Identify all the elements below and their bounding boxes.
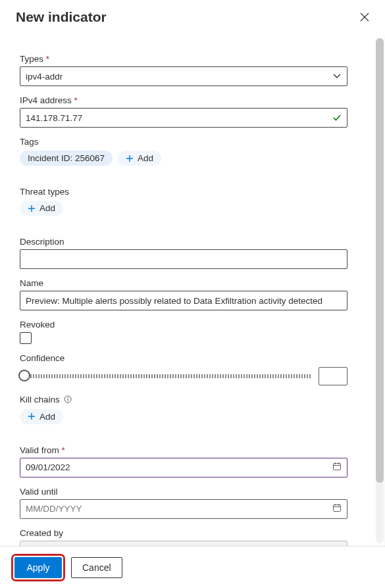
- revoked-label: Revoked: [20, 320, 347, 330]
- svg-rect-2: [67, 397, 68, 398]
- slider-thumb[interactable]: [18, 370, 30, 381]
- created-by-label: Created by: [20, 528, 347, 538]
- apply-button-label: Apply: [26, 562, 49, 573]
- tag-pill[interactable]: Incident ID: 256067: [20, 151, 113, 166]
- plus-icon: [28, 412, 36, 420]
- scrollbar-thumb[interactable]: [376, 38, 384, 483]
- valid-from-value: 09/01/2022: [26, 462, 70, 472]
- name-label: Name: [20, 278, 347, 288]
- new-indicator-panel: New indicator Types ipv4-addr IPv4 addre…: [0, 0, 385, 588]
- svg-rect-4: [334, 505, 341, 512]
- calendar-icon: [332, 462, 342, 473]
- ipv4-value: 141.178.71.77: [26, 113, 82, 123]
- svg-rect-1: [67, 399, 68, 401]
- confidence-label: Confidence: [20, 353, 347, 363]
- cancel-button-label: Cancel: [82, 562, 111, 573]
- types-label: Types: [20, 54, 347, 64]
- tag-add-label: Add: [138, 153, 153, 163]
- valid-until-placeholder: MM/DD/YYYY: [26, 504, 82, 514]
- confidence-slider-row: [20, 367, 347, 385]
- tags-label: Tags: [20, 137, 347, 147]
- threat-types-row: Add: [20, 201, 347, 216]
- scrollbar-track[interactable]: [376, 38, 384, 543]
- indicator-form: Types ipv4-addr IPv4 address 141.178.71.…: [0, 36, 367, 546]
- valid-from-input[interactable]: 09/01/2022: [20, 458, 347, 478]
- threat-types-add-label: Add: [39, 203, 55, 213]
- threat-types-label: Threat types: [20, 187, 347, 197]
- confidence-value-input[interactable]: [319, 367, 347, 385]
- plus-icon: [28, 205, 36, 212]
- kill-chains-label-text: Kill chains: [20, 395, 60, 404]
- kill-chains-label: Kill chains: [20, 395, 347, 405]
- close-icon[interactable]: [360, 12, 369, 22]
- types-value: ipv4-addr: [26, 72, 63, 82]
- kill-chains-add-button[interactable]: Add: [20, 409, 63, 424]
- valid-until-input[interactable]: MM/DD/YYYY: [20, 499, 347, 519]
- cancel-button[interactable]: Cancel: [71, 557, 122, 578]
- valid-until-label: Valid until: [20, 487, 347, 497]
- description-label: Description: [20, 237, 347, 247]
- ipv4-label: IPv4 address: [20, 95, 347, 105]
- ipv4-input[interactable]: 141.178.71.77: [20, 108, 347, 128]
- tags-row: Incident ID: 256067 Add: [20, 151, 347, 166]
- kill-chains-add-label: Add: [39, 412, 55, 422]
- revoked-checkbox[interactable]: [20, 332, 32, 344]
- name-input[interactable]: [20, 291, 347, 310]
- confidence-slider[interactable]: [20, 374, 312, 378]
- plus-icon: [126, 155, 134, 162]
- apply-button[interactable]: Apply: [14, 557, 62, 578]
- info-icon[interactable]: [64, 395, 72, 405]
- description-input[interactable]: [20, 249, 347, 269]
- valid-from-label: Valid from: [20, 445, 347, 455]
- panel-title: New indicator: [16, 9, 360, 25]
- svg-rect-3: [334, 464, 341, 470]
- checkmark-icon: [332, 113, 342, 122]
- calendar-icon: [332, 503, 342, 514]
- panel-footer: Apply Cancel: [0, 546, 385, 588]
- types-select[interactable]: ipv4-addr: [20, 66, 347, 86]
- tag-pill-text: Incident ID: 256067: [28, 153, 105, 163]
- panel-header: New indicator: [0, 0, 385, 32]
- threat-types-add-button[interactable]: Add: [20, 201, 63, 216]
- kill-chains-row: Add: [20, 409, 347, 424]
- created-by-input: [20, 541, 347, 546]
- form-scroll-area: Types ipv4-addr IPv4 address 141.178.71.…: [0, 36, 385, 546]
- chevron-down-icon: [332, 72, 342, 81]
- tag-add-button[interactable]: Add: [118, 151, 161, 166]
